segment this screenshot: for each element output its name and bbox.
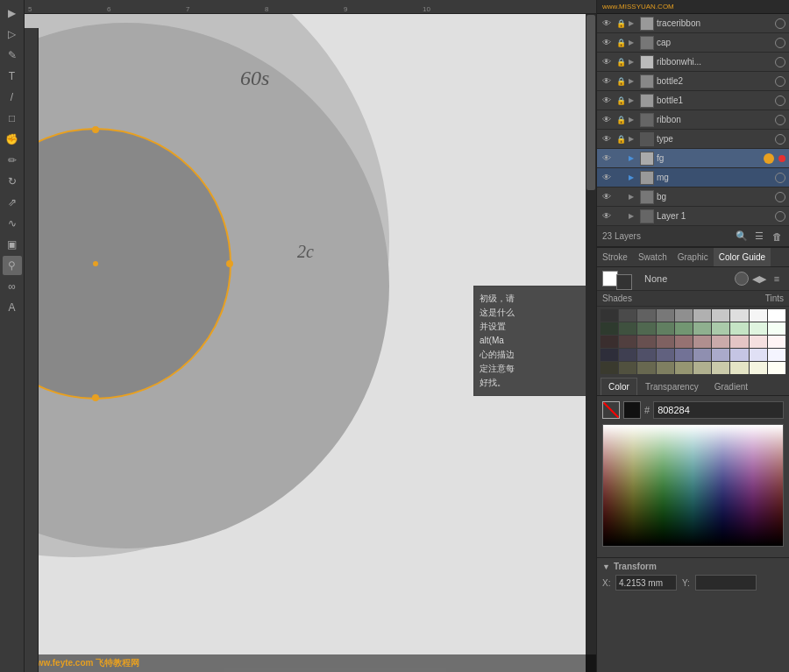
tool-pen[interactable]: ✎ (3, 46, 22, 65)
color-cell[interactable] (601, 322, 618, 335)
color-cell[interactable] (619, 309, 636, 322)
color-cell[interactable] (750, 362, 767, 374)
layer-row-bottle2[interactable]: 👁 🔒 ▶ bottle2 (597, 72, 789, 91)
color-cell[interactable] (657, 349, 674, 361)
layer-eye[interactable]: 👁 (601, 210, 613, 223)
layer-eye[interactable]: 👁 (601, 114, 613, 126)
color-cell[interactable] (657, 309, 674, 322)
stroke-swatch[interactable] (616, 274, 632, 290)
color-cell[interactable] (675, 362, 693, 374)
layer-lock[interactable]: 🔒 (615, 38, 626, 48)
scrollbar-vertical[interactable] (586, 14, 596, 672)
color-cell[interactable] (768, 336, 785, 348)
tool-warp[interactable]: ∿ (3, 214, 22, 233)
tab-graphic[interactable]: Graphic (672, 248, 714, 266)
layer-row-traceribbon[interactable]: 👁 🔒 ▶ traceribbon (597, 14, 789, 33)
color-cell[interactable] (675, 322, 693, 335)
layer-lock[interactable]: 🔒 (615, 76, 626, 87)
color-cell[interactable] (693, 349, 711, 361)
layers-delete-btn[interactable]: 🗑 (770, 230, 784, 244)
color-spectrum[interactable] (602, 424, 784, 547)
layers-add-btn[interactable]: ☰ (752, 230, 766, 244)
tool-scale[interactable]: ⇗ (3, 193, 22, 212)
scrollbar-thumb[interactable] (586, 15, 595, 190)
color-tab-gradient[interactable]: Gradient (707, 378, 756, 395)
color-cell[interactable] (768, 322, 785, 335)
color-cell[interactable] (750, 322, 767, 335)
layer-row-fg[interactable]: 👁 ▶ fg (597, 149, 789, 168)
tool-gradient[interactable]: ▣ (3, 235, 22, 254)
color-cell[interactable] (675, 309, 693, 322)
panel-options-btn[interactable]: ≡ (770, 272, 784, 286)
color-cell[interactable] (601, 362, 618, 374)
tool-type[interactable]: T (3, 67, 22, 86)
color-cell[interactable] (637, 336, 655, 348)
layer-eye[interactable]: 👁 (601, 191, 613, 203)
color-cell[interactable] (750, 349, 767, 361)
y-input[interactable] (695, 575, 757, 591)
color-cell[interactable] (601, 336, 618, 348)
color-cell[interactable] (750, 309, 767, 322)
color-cell[interactable] (712, 309, 729, 322)
tool-rotate[interactable]: ↻ (3, 172, 22, 191)
layer-row-bg[interactable]: 👁 ▶ bg (597, 187, 789, 207)
color-cell[interactable] (712, 349, 729, 361)
layer-lock[interactable]: 🔒 (615, 57, 626, 67)
layer-row-type[interactable]: 👁 🔒 ▶ type (597, 130, 789, 149)
color-cell[interactable] (619, 336, 636, 348)
color-cell[interactable] (637, 362, 655, 374)
color-cell[interactable] (601, 349, 618, 361)
layer-row-ribbon[interactable]: 👁 🔒 ▶ ribbon (597, 110, 789, 130)
tab-stroke[interactable]: Stroke (597, 248, 633, 266)
layer-eye[interactable]: 👁 (601, 133, 613, 145)
layer-row-bottle1[interactable]: 👁 🔒 ▶ bottle1 (597, 91, 789, 110)
layer-row-cap[interactable]: 👁 🔒 ▶ cap (597, 33, 789, 53)
color-cell[interactable] (619, 349, 636, 361)
layer-eye[interactable]: 👁 (601, 56, 613, 68)
color-cell[interactable] (730, 349, 748, 361)
panel-menu-btn[interactable]: ◀▶ (752, 272, 766, 286)
color-cell[interactable] (730, 309, 748, 322)
layer-lock[interactable]: 🔒 (615, 18, 626, 29)
tool-pencil[interactable]: ✏ (3, 151, 22, 170)
layer-lock-empty[interactable] (615, 153, 626, 164)
layer-row-layer1[interactable]: 👁 ▶ Layer 1 (597, 207, 789, 226)
layer-eye[interactable]: 👁 (601, 37, 613, 49)
x-input[interactable] (615, 575, 677, 591)
color-cell[interactable] (730, 362, 748, 374)
layer-lock[interactable]: 🔒 (615, 115, 626, 125)
color-cell[interactable] (712, 362, 729, 374)
color-cell[interactable] (712, 336, 729, 348)
color-cell[interactable] (657, 322, 674, 335)
color-cell[interactable] (657, 362, 674, 374)
color-cell[interactable] (693, 322, 711, 335)
color-hex-input[interactable] (653, 401, 784, 419)
layer-eye[interactable]: 👁 (601, 75, 613, 88)
color-cell[interactable] (768, 309, 785, 322)
no-color-icon[interactable] (602, 401, 620, 419)
color-cell[interactable] (712, 322, 729, 335)
tab-swatch[interactable]: Swatch (633, 248, 672, 266)
layer-eye[interactable]: 👁 (601, 18, 613, 30)
color-cell[interactable] (619, 322, 636, 335)
color-cell[interactable] (657, 336, 674, 348)
color-cell[interactable] (768, 362, 785, 374)
color-cell[interactable] (637, 349, 655, 361)
tool-eyedropper[interactable]: ⚲ (3, 256, 22, 275)
tool-shape[interactable]: □ (3, 109, 22, 128)
color-cell[interactable] (730, 322, 748, 335)
transform-header[interactable]: ▼ Transform (602, 562, 784, 571)
tool-direct-select[interactable]: ▷ (3, 25, 22, 44)
color-cell[interactable] (675, 336, 693, 348)
color-cell[interactable] (675, 349, 693, 361)
tab-color-guide[interactable]: Color Guide (714, 248, 771, 266)
color-tab-transparency[interactable]: Transparency (637, 378, 707, 395)
layer-eye[interactable]: 👁 (601, 95, 613, 107)
color-swatch-black[interactable] (623, 401, 641, 419)
layers-search-btn[interactable]: 🔍 (735, 230, 749, 244)
color-cell[interactable] (601, 309, 618, 322)
layer-lock-empty[interactable] (615, 211, 626, 222)
tool-paintbrush[interactable]: ✊ (3, 130, 22, 149)
color-cell[interactable] (693, 362, 711, 374)
layer-lock-empty[interactable] (615, 173, 626, 183)
